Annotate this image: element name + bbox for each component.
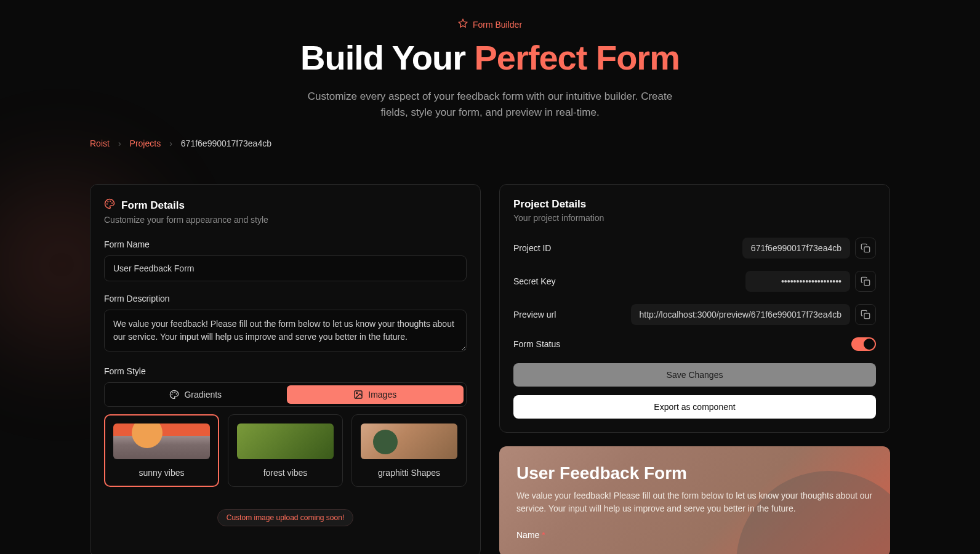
copy-url-button[interactable]: [855, 304, 876, 325]
card-title: Project Details: [513, 198, 876, 211]
style-option-graphitti[interactable]: graphitti Shapes: [351, 414, 467, 487]
svg-rect-12: [864, 280, 870, 286]
project-details-card: Project Details Your project information…: [499, 184, 890, 433]
svg-point-10: [356, 393, 358, 394]
form-desc-textarea[interactable]: [104, 310, 467, 351]
svg-point-4: [107, 204, 108, 204]
card-subtitle: Your project information: [513, 213, 876, 223]
upload-coming-soon-badge: Custom image upload coming soon!: [217, 509, 353, 526]
svg-point-5: [175, 392, 175, 393]
save-changes-button[interactable]: Save Changes: [513, 363, 876, 387]
header-badge-text: Form Builder: [473, 20, 522, 30]
form-name-input[interactable]: [104, 255, 467, 281]
svg-rect-11: [864, 247, 870, 252]
breadcrumb-current: 671f6e990017f73ea4cb: [181, 138, 271, 148]
breadcrumb-link-projects[interactable]: Projects: [130, 138, 161, 148]
svg-point-2: [112, 203, 113, 204]
svg-point-6: [177, 394, 177, 395]
chevron-right-icon: ›: [118, 138, 121, 148]
card-title: Form Details: [104, 198, 467, 212]
copy-project-id-button[interactable]: [855, 238, 876, 259]
preview-url-label: Preview url: [513, 310, 556, 319]
preview-field-label: Name *: [516, 530, 873, 540]
tab-gradients[interactable]: Gradients: [107, 385, 284, 404]
secret-key-label: Secret Key: [513, 276, 555, 286]
style-preview-image: [237, 424, 334, 459]
copy-secret-button[interactable]: [855, 271, 876, 292]
project-id-label: Project ID: [513, 243, 551, 253]
page-title: Build Your Perfect Form: [90, 38, 890, 78]
svg-point-7: [173, 393, 174, 393]
svg-point-1: [110, 201, 111, 202]
style-option-forest[interactable]: forest vibes: [228, 414, 343, 487]
form-desc-label: Form Description: [104, 294, 467, 303]
svg-point-8: [172, 395, 172, 395]
page-subtitle: Customize every aspect of your feedback …: [299, 89, 681, 120]
star-icon: [458, 18, 468, 30]
style-tabs: Gradients Images: [104, 382, 467, 407]
secret-key-value: ••••••••••••••••••••: [745, 271, 850, 292]
form-style-label: Form Style: [104, 366, 467, 376]
preview-form-title: User Feedback Form: [516, 464, 873, 483]
form-status-label: Form Status: [513, 339, 560, 349]
form-status-toggle[interactable]: [851, 337, 876, 351]
export-component-button[interactable]: Export as component: [513, 395, 876, 419]
style-preview-image: [361, 424, 457, 459]
chevron-right-icon: ›: [169, 138, 172, 148]
form-preview-card: User Feedback Form We value your feedbac…: [499, 446, 890, 554]
style-option-sunny[interactable]: sunny vibes: [104, 414, 219, 487]
palette-icon: [104, 198, 115, 212]
tab-images[interactable]: Images: [287, 385, 464, 404]
breadcrumb-link-roist[interactable]: Roist: [90, 138, 110, 148]
preview-url-value: http://localhost:3000/preview/671f6e9900…: [631, 304, 850, 325]
svg-point-3: [108, 201, 108, 202]
preview-form-desc: We value your feedback! Please fill out …: [516, 489, 873, 515]
svg-rect-13: [864, 313, 870, 319]
style-preview-image: [113, 424, 210, 459]
card-subtitle: Customize your form appearance and style: [104, 215, 467, 225]
header-badge: Form Builder: [90, 18, 890, 30]
breadcrumb: Roist › Projects › 671f6e990017f73ea4cb: [90, 138, 890, 148]
form-details-card: Form Details Customize your form appeara…: [90, 184, 481, 554]
form-name-label: Form Name: [104, 239, 467, 249]
project-id-value: 671f6e990017f73ea4cb: [742, 238, 850, 259]
svg-marker-0: [459, 19, 467, 27]
